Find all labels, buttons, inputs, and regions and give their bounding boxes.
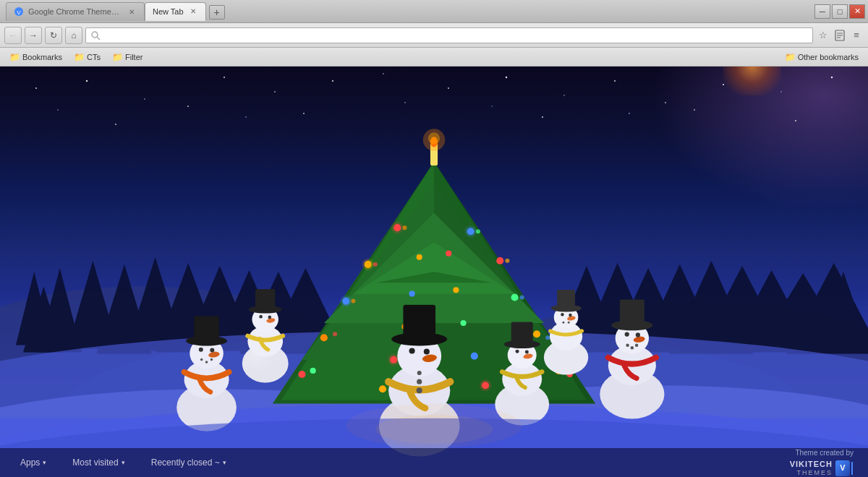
bookmark-bookmarks[interactable]: 📁 Bookmarks bbox=[6, 51, 66, 64]
svg-point-142 bbox=[417, 371, 422, 375]
svg-point-90 bbox=[533, 330, 540, 338]
vikitech-logo: Theme created by VIKITECH THEMES V bbox=[790, 448, 854, 477]
svg-point-171 bbox=[525, 351, 529, 354]
svg-point-104 bbox=[379, 385, 386, 392]
svg-point-91 bbox=[545, 335, 550, 340]
main-content: Apps ▾ Most visited ▾ Recently closed ~ … bbox=[0, 66, 868, 477]
svg-text:V: V bbox=[17, 9, 21, 16]
other-bookmarks-label: Other bookmarks bbox=[798, 53, 859, 61]
svg-point-149 bbox=[561, 313, 563, 316]
svg-rect-157 bbox=[620, 299, 644, 326]
reload-button[interactable]: ↻ bbox=[45, 27, 62, 44]
svg-point-159 bbox=[625, 332, 629, 336]
toolbar-icons: ☆ ≡ bbox=[816, 28, 864, 43]
svg-point-106 bbox=[391, 222, 403, 233]
vikitech-divider bbox=[851, 462, 853, 475]
apps-label: Apps bbox=[20, 457, 40, 468]
svg-point-111 bbox=[480, 379, 491, 391]
most-visited-label: Most visited bbox=[72, 457, 118, 468]
title-bar: V Google Chrome Themes ... ✕ New Tab ✕ +… bbox=[0, 0, 868, 23]
apps-dropdown-arrow: ▾ bbox=[43, 459, 46, 466]
scene-svg bbox=[0, 66, 868, 477]
bottom-bar: Apps ▾ Most visited ▾ Recently closed ~ … bbox=[0, 448, 868, 477]
browser-window: V Google Chrome Themes ... ✕ New Tab ✕ +… bbox=[0, 0, 868, 477]
svg-point-96 bbox=[417, 254, 422, 260]
folder-icon-cts: 📁 bbox=[74, 52, 85, 62]
menu-button[interactable]: ≡ bbox=[849, 28, 864, 43]
svg-point-127 bbox=[199, 348, 203, 352]
svg-point-170 bbox=[516, 350, 519, 353]
svg-point-128 bbox=[210, 348, 214, 353]
vikitech-brand: VIKITECH THEMES V bbox=[790, 459, 854, 477]
vikitech-v-icon: V bbox=[835, 460, 850, 476]
svg-point-140 bbox=[417, 387, 422, 393]
tab-chrome-themes[interactable]: V Google Chrome Themes ... ✕ bbox=[6, 2, 145, 21]
svg-point-130 bbox=[205, 361, 208, 363]
svg-point-93 bbox=[310, 368, 316, 374]
svg-point-141 bbox=[417, 379, 422, 384]
toolbar: ← → ↻ ⌂ ☆ ≡ bbox=[0, 23, 868, 48]
svg-point-129 bbox=[200, 358, 203, 361]
svg-point-101 bbox=[461, 320, 467, 326]
folder-icon-bookmarks: 📁 bbox=[9, 52, 20, 62]
svg-point-98 bbox=[409, 291, 415, 296]
svg-point-131 bbox=[210, 358, 213, 361]
svg-rect-168 bbox=[511, 322, 533, 345]
svg-point-150 bbox=[569, 314, 571, 317]
svg-point-88 bbox=[320, 334, 328, 341]
most-visited-button[interactable]: Most visited ▾ bbox=[67, 455, 130, 470]
svg-rect-136 bbox=[403, 305, 435, 340]
bookmark-bookmarks-label: Bookmarks bbox=[22, 53, 62, 61]
url-input[interactable] bbox=[103, 30, 808, 40]
svg-point-99 bbox=[453, 287, 459, 293]
svg-point-119 bbox=[259, 315, 263, 319]
maximize-button[interactable]: □ bbox=[832, 4, 848, 19]
minimize-button[interactable]: ─ bbox=[814, 4, 830, 19]
close-button[interactable]: ✕ bbox=[849, 4, 865, 19]
svg-point-89 bbox=[333, 332, 337, 336]
svg-point-151 bbox=[562, 322, 564, 324]
svg-rect-125 bbox=[194, 316, 218, 342]
forward-button[interactable]: → bbox=[25, 27, 42, 44]
window-controls: ─ □ ✕ bbox=[814, 4, 865, 19]
tab-close-chrome-themes[interactable]: ✕ bbox=[127, 7, 137, 17]
svg-point-97 bbox=[446, 251, 451, 257]
svg-point-87 bbox=[520, 295, 524, 299]
bookmarks-bar: 📁 Bookmarks 📁 CTs 📁 Filter 📁 Other bookm… bbox=[0, 48, 868, 66]
other-bookmarks[interactable]: 📁 Other bookmarks bbox=[781, 51, 862, 64]
home-button[interactable]: ⌂ bbox=[65, 27, 82, 44]
svg-point-82 bbox=[496, 257, 503, 265]
apps-button[interactable]: Apps ▾ bbox=[14, 455, 52, 470]
folder-icon-other: 📁 bbox=[785, 52, 796, 62]
svg-point-75 bbox=[428, 132, 440, 144]
tab-label-chrome-themes: Google Chrome Themes ... bbox=[28, 7, 122, 16]
svg-point-152 bbox=[568, 322, 570, 324]
most-visited-dropdown-arrow: ▾ bbox=[122, 459, 125, 466]
bookmark-cts[interactable]: 📁 CTs bbox=[70, 51, 104, 64]
svg-point-103 bbox=[471, 353, 478, 360]
svg-rect-147 bbox=[557, 290, 575, 309]
tab-close-new-tab[interactable]: ✕ bbox=[188, 7, 198, 17]
vikitech-brand-name: VIKITECH bbox=[790, 459, 833, 469]
folder-icon-filter: 📁 bbox=[112, 52, 123, 62]
page-button[interactable] bbox=[833, 28, 847, 43]
new-tab-button[interactable]: + bbox=[209, 5, 225, 20]
back-button[interactable]: ← bbox=[4, 27, 22, 44]
svg-rect-117 bbox=[255, 289, 275, 310]
address-bar[interactable] bbox=[85, 27, 813, 43]
svg-point-174 bbox=[375, 415, 493, 444]
recently-closed-dropdown-arrow: ▾ bbox=[223, 459, 226, 466]
svg-point-162 bbox=[631, 346, 634, 349]
svg-point-163 bbox=[635, 344, 638, 347]
svg-point-120 bbox=[268, 316, 272, 319]
recently-closed-button[interactable]: Recently closed ~ ▾ bbox=[145, 455, 232, 470]
bookmark-filter[interactable]: 📁 Filter bbox=[109, 51, 146, 64]
svg-point-107 bbox=[465, 225, 477, 237]
svg-point-161 bbox=[626, 344, 629, 347]
svg-point-2 bbox=[92, 32, 98, 38]
tab-new-tab[interactable]: New Tab ✕ bbox=[145, 2, 206, 21]
svg-point-108 bbox=[362, 259, 374, 270]
vikitech-sub-name: THEMES bbox=[790, 469, 833, 477]
bookmark-star-button[interactable]: ☆ bbox=[816, 28, 830, 43]
tab-favicon-chrome-themes: V bbox=[14, 7, 24, 17]
